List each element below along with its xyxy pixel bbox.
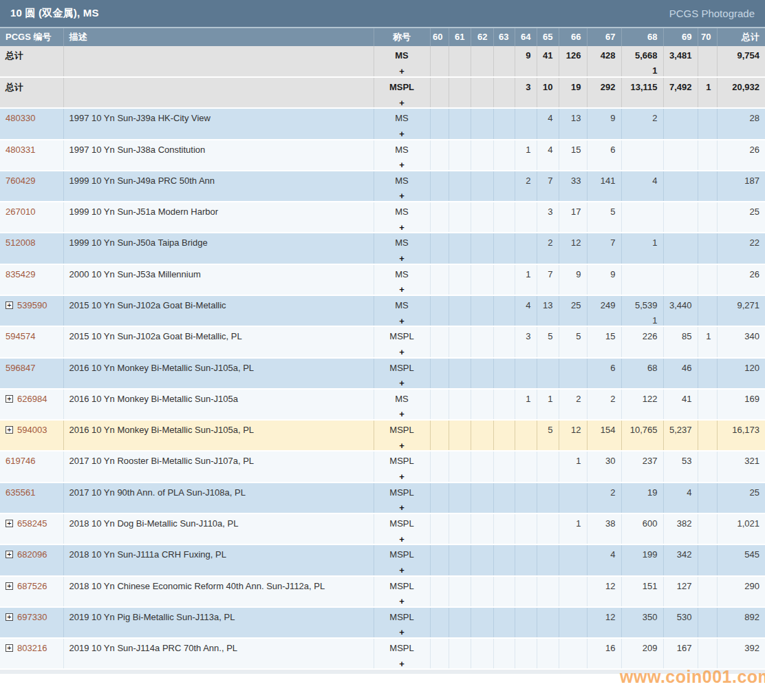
- photograde-link[interactable]: PCGS Photograde: [669, 8, 755, 19]
- grade-cell-66: 126: [559, 46, 587, 77]
- description-cell: 2016 10 Yn Monkey Bi-Metallic Sun-J105a,…: [63, 358, 374, 389]
- grade-cell-70: [698, 607, 717, 638]
- grade-cell-61: [449, 77, 471, 108]
- grade-cell-65: [537, 638, 559, 669]
- total-cell: 290: [717, 576, 765, 607]
- expand-icon[interactable]: +: [6, 301, 13, 309]
- pcgs-cell: +626984: [0, 389, 63, 420]
- grade-cell-63: [493, 264, 515, 295]
- grade-cell-68: [621, 140, 663, 171]
- grade-cell-64: [515, 233, 537, 264]
- description-cell: 1999 10 Yn Sun-J49a PRC 50th Ann: [63, 171, 374, 202]
- pcgs-number-link[interactable]: 480331: [6, 145, 35, 155]
- pcgs-number-link[interactable]: 594003: [17, 425, 47, 435]
- plus-grade-label: +: [374, 628, 430, 637]
- grade-cell-63: [493, 482, 515, 513]
- pcgs-number-link[interactable]: 682096: [17, 549, 47, 560]
- grade-cell-64: [515, 544, 537, 575]
- grade-cell-63: [493, 544, 515, 575]
- pcgs-number-link[interactable]: 594574: [6, 331, 35, 341]
- grade-cell-65: 5: [537, 420, 559, 451]
- designation-label: MS: [374, 114, 430, 123]
- designation-cell: MSPL+: [374, 576, 430, 607]
- pcgs-number-link[interactable]: 687526: [17, 581, 47, 591]
- table-row: 2670101999 10 Yn Sun-J51a Modern HarborM…: [0, 202, 765, 233]
- description-cell: 1999 10 Yn Sun-J51a Modern Harbor: [63, 202, 374, 233]
- pcgs-number-link[interactable]: 803216: [17, 643, 47, 653]
- total-cell: 9,271: [717, 295, 765, 326]
- grade-cell-65: [537, 451, 559, 482]
- pcgs-number-link[interactable]: 267010: [6, 206, 35, 217]
- grade-cell-67: 428: [587, 46, 621, 77]
- expand-icon[interactable]: +: [6, 395, 13, 403]
- grade-cell-66: 33: [559, 171, 587, 202]
- grade-cell-67: 9: [587, 108, 621, 139]
- pcgs-number-link[interactable]: 760429: [6, 176, 35, 186]
- pcgs-number-link[interactable]: 635561: [6, 487, 35, 498]
- expand-icon[interactable]: +: [6, 613, 13, 621]
- expand-icon[interactable]: +: [6, 644, 13, 652]
- grade-cell-61: [449, 451, 471, 482]
- grade-count: 209: [622, 644, 658, 653]
- grade-cell-63: [493, 171, 515, 202]
- grade-cell-69: [663, 264, 698, 295]
- grade-count: 46: [664, 363, 692, 373]
- grade-count: 2: [588, 394, 616, 404]
- total-cell: 16,173: [717, 420, 765, 451]
- pcgs-number-link[interactable]: 596847: [6, 363, 35, 373]
- col-header-grade-70: 70: [698, 28, 717, 46]
- grade-cell-69: 3,440: [663, 295, 698, 326]
- grade-count: 1: [515, 394, 531, 404]
- plus-grade-label: +: [374, 348, 430, 357]
- grade-count: 600: [622, 519, 658, 529]
- grade-cell-70: [698, 482, 717, 513]
- col-header-designation: 称号: [374, 28, 430, 46]
- grade-count: 127: [664, 582, 692, 591]
- pcgs-number-link[interactable]: 697330: [17, 612, 47, 622]
- pcgs-number-link[interactable]: 619746: [6, 456, 35, 466]
- grade-count: 1: [559, 519, 581, 529]
- grade-cell-70: [698, 451, 717, 482]
- expand-icon[interactable]: +: [6, 582, 13, 590]
- expand-icon[interactable]: +: [6, 426, 13, 434]
- expand-icon[interactable]: +: [6, 551, 13, 558]
- expand-icon[interactable]: +: [6, 520, 13, 527]
- plus-grade-label: +: [374, 191, 430, 201]
- grade-cell-66: [559, 482, 587, 513]
- pcgs-number-link[interactable]: 539590: [17, 300, 47, 310]
- col-header-grade-68: 68: [621, 28, 663, 46]
- grade-count: 4: [622, 176, 658, 186]
- grade-cell-69: 167: [663, 638, 698, 669]
- plus-grade-label: +: [374, 285, 430, 295]
- grade-cell-65: [537, 544, 559, 575]
- grade-cell-63: [493, 451, 515, 482]
- pcgs-number-link[interactable]: 512008: [6, 237, 35, 248]
- grade-cell-68: 5,6681: [621, 46, 663, 77]
- description-cell: 2015 10 Yn Sun-J102a Goat Bi-Metallic, P…: [63, 326, 374, 357]
- designation-label: MSPL: [374, 519, 430, 529]
- grade-count: 428: [588, 51, 616, 61]
- grade-cell-70: [698, 264, 717, 295]
- grade-cell-65: 13: [537, 295, 559, 326]
- pcgs-number-link[interactable]: 626984: [17, 394, 47, 404]
- pcgs-number-link[interactable]: 835429: [6, 269, 35, 279]
- grade-cell-61: [449, 202, 471, 233]
- grade-cell-68: 19: [621, 482, 663, 513]
- grade-cell-70: 1: [698, 326, 717, 357]
- grade-count: 5,237: [664, 425, 692, 435]
- grade-count: 7: [537, 270, 553, 279]
- grade-cell-69: 7,492: [663, 77, 698, 108]
- table-row: 6355612017 10 Yn 90th Ann. of PLA Sun-J1…: [0, 482, 765, 513]
- grade-count: 350: [622, 613, 658, 622]
- grade-count: 13,115: [622, 83, 658, 92]
- pcgs-number-link[interactable]: 658245: [17, 518, 47, 529]
- description-cell: 2018 10 Yn Dog Bi-Metallic Sun-J110a, PL: [63, 513, 374, 544]
- grade-cell-63: [493, 77, 515, 108]
- grade-count: 342: [664, 550, 692, 560]
- description-cell: 2019 10 Yn Pig Bi-Metallic Sun-J113a, PL: [63, 607, 374, 638]
- grade-cell-65: 3: [537, 202, 559, 233]
- pcgs-number-link[interactable]: 480330: [6, 113, 35, 123]
- plus-grade-label: +: [374, 472, 430, 482]
- plus-grade-label: +: [374, 379, 430, 388]
- grade-cell-69: [663, 108, 698, 139]
